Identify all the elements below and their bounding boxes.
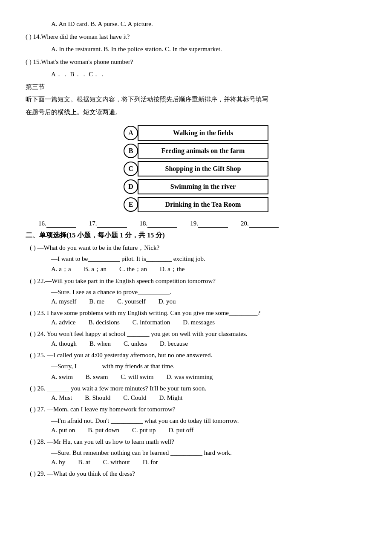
numbering-item: 18. [140, 220, 178, 228]
q-paren: ( ) [30, 470, 36, 477]
q-sub-line: —Sure. But remember nothing can be learn… [51, 447, 366, 458]
q-main-line: ( ) 22.—Will you take part in the Englis… [30, 275, 366, 286]
q-option: D. messages [183, 319, 215, 326]
numbering-item: 19. [190, 220, 228, 228]
q-option: A. put on [51, 427, 75, 434]
section3-desc2: 在题号后的横线上。短文读两遍。 [26, 107, 366, 118]
numbering-row: 16. 17. 18. 19. 20. [38, 220, 366, 228]
question-block: ( ) 26. _______ you wait a few more minu… [26, 383, 366, 402]
q-option: B. at [78, 459, 90, 466]
activity-item: E Drinking in the Tea Room [124, 197, 268, 212]
section3-title: 第三节 [26, 82, 366, 93]
numbering-num: 17. [89, 220, 97, 227]
q15-options: A．． B．． C．． [51, 69, 366, 80]
activity-letter: C [124, 162, 138, 176]
q-main-line: ( ) 23. I have some problems with my Eng… [30, 307, 366, 318]
q-option: C. the；an [119, 265, 147, 273]
q-option: D. Might [159, 394, 182, 402]
activity-list: A Walking in the fields B Feeding animal… [26, 125, 366, 212]
q-paren: ( ) [30, 330, 36, 337]
q-paren: ( ) [30, 278, 36, 284]
q-option: D. a；the [160, 265, 184, 273]
q14-line: ( ) 14.Where did the woman last have it? [26, 32, 366, 43]
q-options: A. myselfB. meC. yourselfD. you [51, 298, 366, 305]
q-option: B. swam [86, 373, 108, 381]
q-options-row2: A. swimB. swamC. will swimD. was swimmin… [51, 373, 366, 381]
q-option: D. because [160, 340, 188, 347]
q-option: B. me [89, 298, 104, 305]
activity-item: A Walking in the fields [124, 125, 268, 141]
activity-text: Swimming in the river [138, 179, 268, 194]
question-block: ( ) 24. You won't feel happy at school _… [26, 328, 366, 347]
activity-text: Walking in the fields [138, 125, 268, 141]
q-sub-line: —I'm afraid not. Don't __________ what y… [51, 415, 366, 426]
q-text: —What do you want to be in the future，Ni… [37, 244, 160, 251]
q-option: C. Could [123, 394, 146, 402]
q-paren: ( ) [30, 309, 36, 316]
q-main-line: ( ) 24. You won't feel happy at school _… [30, 328, 366, 339]
question-block: ( ) 29. —What do you think of the dress? [26, 468, 366, 479]
questions-container: ( ) —What do you want to be in the futur… [26, 242, 366, 480]
q-option: C. unless [124, 340, 147, 347]
q-option: A. myself [51, 298, 76, 305]
q-options: A. put onB. put downC. put upD. put off [51, 427, 366, 434]
q-main-line: ( ) 25. —I called you at 4:00 yesterday … [30, 350, 366, 361]
q-options: A. MustB. ShouldC. CouldD. Might [51, 394, 366, 402]
q14-paren: ( ) [26, 33, 32, 40]
activity-letter: B [124, 144, 138, 158]
q-main-line: ( ) —What do you want to be in the futur… [30, 242, 366, 253]
section2-header: 二、单项选择(15 小题，每小题 1 分，共 15 分) [26, 231, 366, 240]
q-option: B. Should [85, 394, 110, 402]
q-option: A. swim [51, 373, 73, 381]
q-option: C. without [103, 459, 130, 466]
q-option: A. by [51, 459, 65, 466]
activity-item: D Swimming in the river [124, 179, 268, 194]
q-text: 23. I have some problems with my English… [37, 309, 261, 316]
activity-text: Feeding animals on the farm [138, 143, 268, 159]
q14-text: 14.Where did the woman last have it? [33, 33, 130, 40]
numbering-item: 20. [241, 220, 279, 228]
numbering-item: 17. [89, 220, 127, 228]
q-paren: ( ) [30, 244, 36, 251]
q-sub-line: —I want to be__________ pilot. It is____… [51, 253, 366, 264]
numbering-num: 19. [190, 220, 198, 227]
q-sub-line: —Sure. I see as a chance to prove_______… [51, 286, 366, 298]
activity-item: B Feeding animals on the farm [124, 143, 268, 159]
q-main-line: ( ) 29. —What do you think of the dress? [30, 468, 366, 479]
q14-options: A. In the restaurant. B. In the police s… [51, 44, 366, 55]
numbering-num: 18. [140, 220, 148, 227]
q-text: 25. —I called you at 4:00 yesterday afte… [37, 352, 213, 358]
q-option: B. a；an [84, 265, 107, 273]
q-option: D. for [143, 459, 158, 466]
activity-letter: A [124, 126, 138, 140]
numbering-blank [97, 220, 127, 228]
question-block: ( ) 22.—Will you take part in the Englis… [26, 275, 366, 306]
question-block: ( ) 23. I have some problems with my Eng… [26, 307, 366, 326]
q-options: A. byB. atC. withoutD. for [51, 459, 366, 466]
q15-paren: ( ) [26, 58, 32, 65]
q-paren: ( ) [30, 385, 36, 392]
q-option: C. will swim [121, 373, 153, 381]
activity-text: Drinking in the Tea Room [138, 197, 268, 212]
q-text: 24. You won't feel happy at school _____… [37, 330, 248, 337]
q-paren: ( ) [30, 406, 36, 413]
q-option: D. put off [168, 427, 193, 434]
question-block: ( ) 27. —Mom, can I leave my homework fo… [26, 404, 366, 434]
numbering-num: 20. [241, 220, 249, 227]
q-option: B. decisions [88, 319, 119, 326]
numbering-blank [147, 220, 177, 228]
numbering-blank [249, 220, 279, 228]
q-sub-line: —Sorry, I _______ with my friends at tha… [51, 361, 366, 372]
q-option: D. was swimming [166, 373, 213, 381]
q-main-line: ( ) 28. —Mr Hu, can you tell us how to l… [30, 436, 366, 447]
q-option: A. a；a [51, 265, 71, 273]
q-text: 29. —What do you think of the dress? [37, 470, 135, 477]
activity-text: Shopping in the Gift Shop [138, 161, 268, 176]
q-option: D. you [159, 298, 176, 305]
q-paren: ( ) [30, 438, 36, 445]
section3-desc1: 听下面一篇短文。根据短文内容，将下列活动按照先后顺序重新排序，并将其标号填写 [26, 94, 366, 105]
q-main-line: ( ) 27. —Mom, can I leave my homework fo… [30, 404, 366, 415]
numbering-num: 16. [38, 220, 46, 227]
q15-text: 15.What's the woman's phone number? [33, 58, 133, 65]
numbering-blank [46, 220, 76, 228]
